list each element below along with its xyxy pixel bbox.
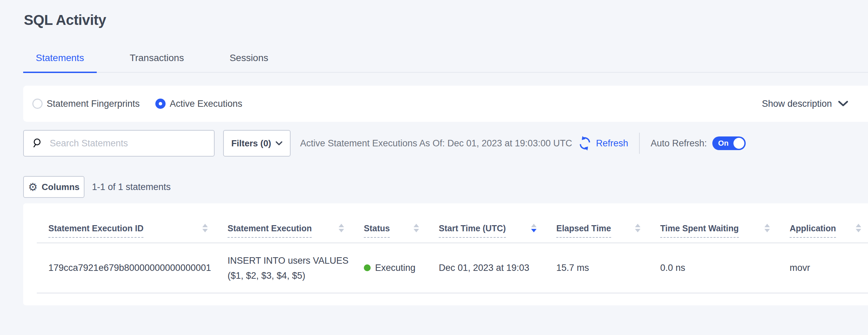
search-input[interactable] (49, 138, 211, 149)
auto-refresh-toggle[interactable]: On (712, 136, 746, 150)
refresh-button[interactable]: Refresh (577, 136, 628, 151)
filters-button[interactable]: Filters (0) (223, 130, 291, 157)
search-icon (32, 138, 43, 149)
sort-icon[interactable] (764, 224, 770, 232)
sort-icon[interactable] (635, 224, 640, 232)
radio-label: Active Executions (170, 99, 242, 109)
column-header-time-spent-waiting[interactable]: Time Spent Waiting (647, 203, 777, 243)
search-box (23, 130, 215, 157)
sort-icon[interactable] (531, 224, 537, 232)
statements-table: Statement Execution ID Statement Executi… (37, 203, 868, 293)
show-description-toggle[interactable]: Show description (762, 99, 848, 109)
table-row[interactable]: 179cca7921e679b80000000000000001 INSERT … (37, 243, 868, 293)
radio-statement-fingerprints[interactable]: Statement Fingerprints (32, 99, 140, 109)
cell-elapsed-time: 15.7 ms (543, 243, 647, 293)
columns-label: Columns (42, 182, 79, 192)
sort-icon[interactable] (339, 224, 344, 232)
column-header-statement-execution[interactable]: Statement Execution (215, 203, 351, 243)
show-description-label: Show description (762, 99, 832, 109)
view-mode-card: Statement Fingerprints Active Executions… (23, 86, 868, 122)
chevron-down-icon (276, 141, 282, 146)
gear-icon: ⚙ (28, 182, 37, 192)
refresh-label: Refresh (596, 138, 628, 149)
cell-start-time: Dec 01, 2023 at 19:03 (426, 243, 543, 293)
tab-transactions[interactable]: Transactions (117, 53, 197, 72)
status-badge: Executing (375, 263, 416, 273)
chevron-down-icon (838, 101, 848, 107)
page-title: SQL Activity (0, 0, 868, 29)
cell-execution-id: 179cca7921e679b80000000000000001 (37, 243, 215, 293)
cell-statement: INSERT INTO users VALUES ($1, $2, $3, $4… (215, 243, 351, 293)
columns-button[interactable]: ⚙ Columns (23, 176, 84, 198)
radio-icon (32, 99, 43, 109)
radio-label: Statement Fingerprints (47, 99, 140, 109)
toolbar: Filters (0) Active Statement Executions … (23, 130, 868, 157)
column-header-application[interactable]: Application (777, 203, 868, 243)
radio-icon (155, 99, 166, 109)
column-header-elapsed-time[interactable]: Elapsed Time (543, 203, 647, 243)
table-header-row: Statement Execution ID Statement Executi… (37, 203, 868, 243)
column-header-statement-execution-id[interactable]: Statement Execution ID (37, 203, 215, 243)
results-count: 1-1 of 1 statements (92, 182, 171, 192)
cell-application: movr (777, 243, 868, 293)
cell-time-spent-waiting: 0.0 ns (647, 243, 777, 293)
radio-active-executions[interactable]: Active Executions (155, 99, 242, 109)
filters-label: Filters (0) (231, 138, 271, 149)
sort-icon[interactable] (856, 224, 861, 232)
column-header-status[interactable]: Status (351, 203, 426, 243)
refresh-icon (577, 136, 592, 151)
auto-refresh-label: Auto Refresh: (651, 138, 707, 149)
as-of-text: Active Statement Executions As Of: Dec 0… (300, 138, 572, 149)
sort-icon[interactable] (414, 224, 419, 232)
status-dot-icon (364, 264, 371, 271)
column-header-start-time[interactable]: Start Time (UTC) (426, 203, 543, 243)
cell-status: Executing (351, 243, 426, 293)
statements-table-card: Statement Execution ID Statement Executi… (23, 203, 868, 305)
sort-icon[interactable] (202, 224, 208, 232)
divider (639, 133, 640, 154)
tab-statements[interactable]: Statements (23, 53, 97, 73)
tab-sessions[interactable]: Sessions (217, 53, 281, 72)
tabs-bar: Statements Transactions Sessions (23, 53, 868, 73)
toggle-state-label: On (718, 139, 729, 148)
table-controls: ⚙ Columns 1-1 of 1 statements (23, 176, 868, 198)
toggle-knob (733, 138, 744, 149)
